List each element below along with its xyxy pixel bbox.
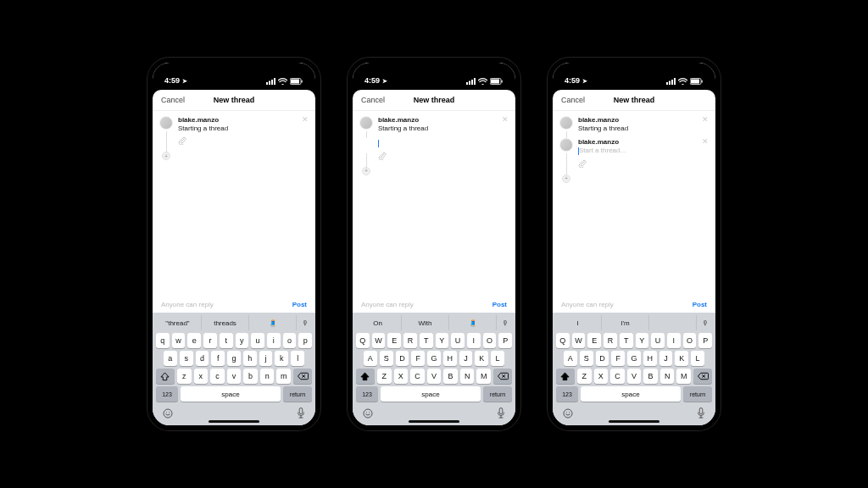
key-r[interactable]: R xyxy=(403,333,417,348)
cancel-button[interactable]: Cancel xyxy=(561,96,585,104)
key-c[interactable]: C xyxy=(610,369,625,384)
suggestion[interactable]: With xyxy=(402,315,449,330)
key-n[interactable]: N xyxy=(660,369,675,384)
key-p[interactable]: P xyxy=(698,333,712,348)
key-g[interactable]: G xyxy=(627,351,641,366)
emoji-icon[interactable] xyxy=(563,407,573,422)
key-v[interactable]: V xyxy=(427,369,442,384)
add-thread-button[interactable]: + xyxy=(562,175,570,183)
key-x[interactable]: X xyxy=(394,369,409,384)
close-icon[interactable]: ✕ xyxy=(302,116,309,124)
key-b[interactable]: B xyxy=(643,369,658,384)
suggestion-mic-icon[interactable]: 🎙 xyxy=(497,315,514,330)
suggestion-emoji[interactable]: 🧵 xyxy=(249,315,297,330)
key-c[interactable]: C xyxy=(410,369,425,384)
key-p[interactable]: P xyxy=(498,333,512,348)
key-f[interactable]: F xyxy=(611,351,625,366)
key-g[interactable]: G xyxy=(427,351,441,366)
key-s[interactable]: S xyxy=(380,351,393,366)
suggestion-mic-icon[interactable]: 🎙 xyxy=(297,315,314,330)
key-l[interactable]: L xyxy=(491,351,504,366)
key-s[interactable]: S xyxy=(580,351,593,366)
key-t[interactable]: t xyxy=(220,333,233,348)
key-y[interactable]: Y xyxy=(436,333,449,348)
key-n[interactable]: n xyxy=(260,369,275,384)
add-thread-button[interactable]: + xyxy=(162,152,170,160)
key-d[interactable]: D xyxy=(396,351,409,366)
key-p[interactable]: p xyxy=(298,333,312,348)
key-t[interactable]: T xyxy=(620,333,633,348)
numeric-key[interactable]: 123 xyxy=(156,386,178,402)
home-indicator[interactable] xyxy=(409,420,459,423)
post-text[interactable] xyxy=(378,139,509,147)
key-m[interactable]: M xyxy=(476,369,491,384)
post-button[interactable]: Post xyxy=(292,301,307,308)
close-icon[interactable]: ✕ xyxy=(702,138,709,146)
key-h[interactable]: H xyxy=(443,351,457,366)
key-w[interactable]: w xyxy=(172,333,186,348)
key-i[interactable]: I xyxy=(467,333,481,348)
key-a[interactable]: A xyxy=(364,351,377,366)
key-i[interactable]: i xyxy=(267,333,281,348)
key-k[interactable]: K xyxy=(675,351,688,366)
key-u[interactable]: U xyxy=(451,333,465,348)
key-w[interactable]: W xyxy=(572,333,586,348)
dictation-icon[interactable] xyxy=(497,407,505,422)
post-text[interactable]: Starting a thread xyxy=(378,125,509,133)
key-j[interactable]: J xyxy=(459,351,473,366)
key-r[interactable]: R xyxy=(604,333,617,348)
dictation-icon[interactable] xyxy=(697,407,705,422)
post-placeholder[interactable]: Start a thread... xyxy=(578,147,709,155)
key-i[interactable]: I xyxy=(667,333,681,348)
suggestion-emoji[interactable]: 🧵 xyxy=(449,315,497,330)
key-f[interactable]: F xyxy=(411,351,425,366)
return-key[interactable]: return xyxy=(683,386,712,402)
key-h[interactable]: H xyxy=(643,351,657,366)
key-m[interactable]: M xyxy=(676,369,691,384)
key-z[interactable]: Z xyxy=(377,369,392,384)
attach-icon[interactable] xyxy=(378,152,509,162)
post-button[interactable]: Post xyxy=(693,301,707,308)
key-o[interactable]: o xyxy=(283,333,297,348)
numeric-key[interactable]: 123 xyxy=(356,386,378,402)
key-d[interactable]: d xyxy=(196,351,209,366)
close-icon[interactable]: ✕ xyxy=(502,116,509,124)
key-k[interactable]: k xyxy=(275,351,288,366)
key-j[interactable]: J xyxy=(659,351,673,366)
key-a[interactable]: a xyxy=(164,351,177,366)
key-h[interactable]: h xyxy=(243,351,257,366)
post-text[interactable]: Starting a thread xyxy=(178,125,309,133)
space-key[interactable]: space xyxy=(181,386,281,402)
return-key[interactable]: return xyxy=(283,386,312,402)
key-r[interactable]: r xyxy=(203,333,217,348)
key-b[interactable]: b xyxy=(243,369,258,384)
key-u[interactable]: U xyxy=(651,333,665,348)
key-z[interactable]: z xyxy=(177,369,192,384)
key-u[interactable]: u xyxy=(251,333,264,348)
backspace-key[interactable] xyxy=(493,369,512,384)
reply-scope[interactable]: Anyone can reply xyxy=(161,301,214,308)
key-b[interactable]: B xyxy=(443,369,458,384)
reply-scope[interactable]: Anyone can reply xyxy=(561,301,614,308)
home-indicator[interactable] xyxy=(609,420,659,423)
key-e[interactable]: E xyxy=(387,333,401,348)
space-key[interactable]: space xyxy=(381,386,481,402)
key-e[interactable]: E xyxy=(587,333,601,348)
key-e[interactable]: e xyxy=(187,333,201,348)
cancel-button[interactable]: Cancel xyxy=(161,96,185,104)
key-c[interactable]: c xyxy=(210,369,225,384)
space-key[interactable]: space xyxy=(581,386,681,402)
dictation-icon[interactable] xyxy=(297,407,305,422)
backspace-key[interactable] xyxy=(693,369,712,384)
key-l[interactable]: l xyxy=(291,351,304,366)
key-s[interactable]: s xyxy=(180,351,193,366)
post-button[interactable]: Post xyxy=(492,301,507,308)
key-y[interactable]: y xyxy=(236,333,249,348)
key-d[interactable]: D xyxy=(596,351,609,366)
key-m[interactable]: m xyxy=(276,369,291,384)
key-t[interactable]: T xyxy=(420,333,433,348)
close-icon[interactable]: ✕ xyxy=(702,116,709,124)
return-key[interactable]: return xyxy=(483,386,512,402)
key-l[interactable]: L xyxy=(691,351,704,366)
key-v[interactable]: V xyxy=(627,369,642,384)
